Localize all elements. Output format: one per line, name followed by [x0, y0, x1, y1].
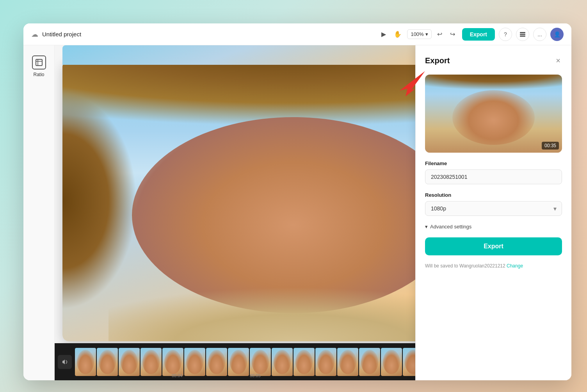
- strip-thumbnail: [119, 348, 140, 376]
- more-button[interactable]: ...: [533, 28, 546, 41]
- resolution-label: Resolution: [425, 192, 562, 198]
- project-title: Untitled project: [42, 31, 81, 37]
- svg-rect-0: [520, 32, 525, 33]
- resolution-select[interactable]: 720p 1080p 4K: [425, 201, 562, 216]
- strip-thumbnail: [141, 348, 162, 376]
- export-dialog-title: Export: [425, 56, 450, 65]
- toolbar-right: Export ? ... 👤: [462, 28, 564, 41]
- ratio-label: Ratio: [33, 72, 44, 77]
- change-save-location-link[interactable]: Change: [507, 263, 523, 269]
- dialog-header: Export ×: [425, 55, 562, 67]
- export-header-button[interactable]: Export: [462, 28, 495, 41]
- strip-thumbnail: [97, 348, 118, 376]
- hand-tool-button[interactable]: ✋: [391, 28, 404, 40]
- help-button[interactable]: ?: [499, 28, 512, 41]
- ratio-button[interactable]: Ratio: [28, 52, 50, 81]
- zoom-chevron-icon: ▾: [425, 31, 428, 37]
- cloud-icon: ☁: [31, 30, 38, 39]
- strip-thumbnail: [337, 348, 358, 376]
- play-button[interactable]: ▶: [379, 28, 388, 40]
- timestamp-start: 00:04: [172, 373, 183, 378]
- volume-button[interactable]: [58, 355, 72, 369]
- export-action-button[interactable]: Export: [425, 237, 562, 255]
- main-content: Ratio: [23, 45, 571, 380]
- save-info: Will be saved to Wangruolan20221212 Chan…: [425, 263, 562, 269]
- redo-button[interactable]: ↪: [448, 28, 457, 40]
- advanced-chevron-icon: ▾: [425, 224, 428, 230]
- svg-rect-2: [520, 36, 525, 37]
- export-preview-thumbnail: 00:35: [425, 75, 562, 153]
- strip-thumbnail: [162, 348, 183, 376]
- strip-thumbnail: [359, 348, 380, 376]
- toolbar: ☁ Untitled project ▶ ✋ 100% ▾ ↩ ↪ Export…: [23, 23, 571, 45]
- filename-field: Filename: [425, 160, 562, 184]
- storage-button[interactable]: [516, 28, 529, 41]
- export-dialog-close-button[interactable]: ×: [554, 55, 562, 67]
- timestamp-end: 00:05: [250, 373, 261, 378]
- advanced-settings-label: Advanced settings: [430, 224, 471, 230]
- left-sidebar: Ratio: [23, 45, 55, 380]
- strip-thumbnail: [206, 348, 227, 376]
- filename-input[interactable]: [425, 169, 562, 184]
- svg-rect-1: [520, 34, 525, 35]
- avatar[interactable]: 👤: [550, 28, 564, 41]
- strip-thumbnail: [228, 348, 249, 376]
- strip-thumbnail: [381, 348, 402, 376]
- strip-thumbnail: [75, 348, 96, 376]
- resolution-select-wrap: 720p 1080p 4K ▾: [425, 201, 562, 216]
- zoom-selector[interactable]: 100% ▾: [407, 29, 431, 39]
- advanced-settings-toggle[interactable]: ▾ Advanced settings: [425, 224, 562, 230]
- strip-thumbnail: [294, 348, 315, 376]
- strip-thumbnail: [272, 348, 293, 376]
- toolbar-center: ▶ ✋ 100% ▾ ↩ ↪: [379, 28, 457, 40]
- toolbar-left: ☁ Untitled project: [31, 30, 374, 39]
- strip-thumbnail: [315, 348, 336, 376]
- strip-thumbnail: [250, 348, 271, 376]
- save-info-text: Will be saved to Wangruolan20221212: [425, 263, 505, 269]
- svg-rect-3: [36, 59, 42, 66]
- undo-button[interactable]: ↩: [435, 28, 445, 40]
- preview-duration: 00:35: [542, 142, 559, 150]
- app-window: ☁ Untitled project ▶ ✋ 100% ▾ ↩ ↪ Export…: [23, 23, 571, 380]
- zoom-value: 100%: [411, 31, 423, 37]
- export-dialog: Export × 00:35 Filename Resolution: [415, 45, 571, 380]
- filename-label: Filename: [425, 160, 562, 166]
- ratio-icon: [32, 55, 46, 69]
- strip-thumbnail: [184, 348, 205, 376]
- resolution-field: Resolution 720p 1080p 4K ▾: [425, 192, 562, 216]
